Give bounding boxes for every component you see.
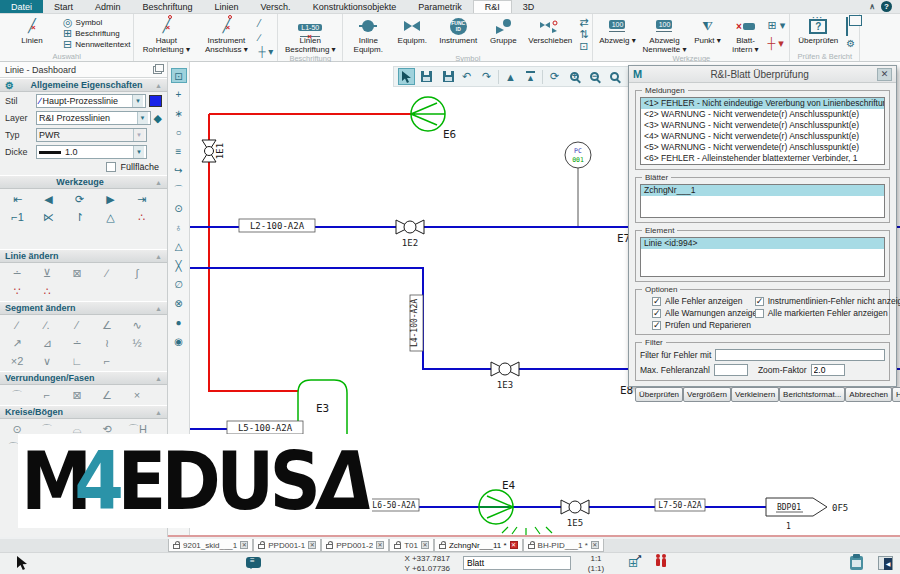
snap-center-icon[interactable]: ⊙: [171, 201, 187, 216]
sheet-connector-bdp01[interactable]: BDP01 0F5 1: [766, 498, 848, 531]
angle-segment-icon[interactable]: ∠: [98, 318, 116, 332]
help-icon[interactable]: ?: [881, 1, 892, 12]
abzweig-button[interactable]: 100 Abzweig ▾: [596, 15, 638, 54]
copy-segment-icon[interactable]: ∕.: [38, 318, 56, 332]
verschieben-button[interactable]: Verschieben: [524, 15, 576, 54]
abbrechen-button[interactable]: Abbrechen: [845, 387, 892, 402]
close-tab-icon[interactable]: ✕: [510, 541, 518, 549]
ueberpruefen-button[interactable]: ? Überprüfen: [793, 15, 843, 52]
snap-grid-icon[interactable]: ≡: [171, 144, 187, 159]
zoom-in-icon[interactable]: +: [566, 68, 583, 85]
dropdown-arrow-icon[interactable]: ▼: [133, 146, 144, 158]
punkt-button[interactable]: ⧨ Punkt ▾: [690, 15, 724, 54]
offset-segment-icon[interactable]: ⁄: [68, 318, 86, 332]
collapse-section-icon[interactable]: ▲: [155, 82, 162, 89]
message-row[interactable]: <4> WARNUNG - Nicht verwendete(r) Anschl…: [641, 131, 884, 142]
double-segment-icon[interactable]: ×2: [8, 354, 26, 368]
split-point-icon[interactable]: ∴: [38, 284, 56, 298]
collapse-section-icon[interactable]: ▲: [155, 375, 162, 382]
section-header-linie-aendern[interactable]: Linie ändern ▲: [0, 249, 167, 263]
fillet-1-icon[interactable]: ⌐1: [8, 210, 27, 224]
section-header-allgemeine[interactable]: ⚙ Allgemeine Eigenschaften ▲: [0, 78, 167, 92]
message-row[interactable]: <6> FEHLER - Alleinstehender blattextern…: [641, 153, 884, 164]
haupt-rohrleitung-button[interactable]: ╱× Haupt Rohrleitung ▾: [137, 15, 195, 61]
remove-chamfer-icon[interactable]: ×: [128, 388, 146, 402]
spline-line-icon[interactable]: ∫: [128, 266, 146, 280]
symbol-rotate-icon[interactable]: ⇅: [579, 29, 588, 40]
fillet-icon[interactable]: ⌒: [8, 388, 26, 402]
pump-e4[interactable]: [479, 490, 513, 524]
option-alle-warnungen[interactable]: Alle Warnungen anzeigen: [652, 308, 753, 318]
tab-bh-pid[interactable]: BH-PID___1 *✕: [523, 539, 604, 552]
berichtsformat-button[interactable]: Berichtsformat...: [779, 387, 845, 402]
trim-line-icon[interactable]: ∸: [8, 266, 26, 280]
clipboard-icon[interactable]: [850, 556, 863, 570]
properties-gear-icon[interactable]: ⚙: [5, 80, 14, 91]
select-tool-icon[interactable]: [398, 68, 415, 85]
snap-arc-icon[interactable]: ⌒: [171, 182, 187, 197]
snap-perpendicular-icon[interactable]: ♁: [171, 220, 187, 235]
go-first-icon[interactable]: ⇤: [8, 192, 27, 206]
extend-segment-icon[interactable]: ↗: [8, 336, 26, 350]
line-color-swatch[interactable]: [149, 95, 162, 107]
cut-line-icon[interactable]: ⊻: [38, 266, 56, 280]
menu-versch[interactable]: Versch.: [250, 0, 302, 13]
menu-linien[interactable]: Linien: [204, 0, 250, 13]
instrument-button[interactable]: FUNCID Instrument: [434, 15, 482, 54]
snap-tangent-icon[interactable]: ⊗: [171, 296, 187, 311]
tab-ppd001-2[interactable]: PPD001-2✕: [321, 539, 389, 552]
message-row[interactable]: <1> FEHLER - Nicht eindeutige Vererbung …: [641, 98, 884, 109]
tab-9201-skid[interactable]: 9201_skid___1✕: [168, 539, 253, 552]
snap-intersection-icon[interactable]: ∗: [171, 106, 187, 121]
messages-list[interactable]: <1> FEHLER - Nicht eindeutige Vererbung …: [640, 97, 885, 165]
section-header-werkzeuge[interactable]: Werkzeuge ▲: [0, 175, 167, 189]
layers-icon[interactable]: ◆: [154, 112, 162, 125]
crosshair-red-icon[interactable]: ┼ ▾: [767, 38, 785, 49]
menu-start[interactable]: Start: [43, 0, 84, 13]
pick-line-icon[interactable]: ↾: [70, 210, 89, 224]
instrument-anschluss-button[interactable]: ╱× Instrument Anschluss ▾: [197, 15, 255, 61]
reset-icon[interactable]: ⟳: [70, 192, 89, 206]
snap-node-icon[interactable]: △: [171, 239, 187, 254]
collapse-section-icon[interactable]: ▲: [155, 305, 162, 312]
curve-segment-icon[interactable]: ≀: [98, 336, 116, 350]
panel-toggle-icon[interactable]: [878, 556, 893, 570]
close-tab-icon[interactable]: ✕: [376, 541, 384, 549]
checkbox-icon[interactable]: [755, 297, 764, 306]
sheet-name-input[interactable]: [463, 556, 571, 570]
message-row[interactable]: <5> WARNUNG - Nicht verwendete(r) Anschl…: [641, 142, 884, 153]
corner-segment-icon[interactable]: ∟: [68, 354, 86, 368]
fillet-radius-icon[interactable]: ⌐: [38, 388, 56, 402]
tab-t01[interactable]: T01✕: [389, 539, 434, 552]
refresh-icon[interactable]: ⟳: [546, 68, 563, 85]
dash-dot-line-icon[interactable]: ∕: [258, 31, 273, 45]
angle-points-icon[interactable]: △: [101, 210, 120, 224]
valve-1e2[interactable]: [396, 220, 424, 234]
ueberpruefen-button[interactable]: Überprüfen: [635, 387, 683, 402]
option-markierte-fehler[interactable]: Alle markierten Fehler anzeigen: [755, 308, 887, 318]
zoom-out-icon[interactable]: −: [586, 68, 603, 85]
menu-konstruktionsobjekte[interactable]: Konstruktionsobjekte: [302, 0, 408, 13]
move-top-icon[interactable]: ▲: [522, 68, 539, 85]
triangle-segment-icon[interactable]: ⊿: [38, 336, 56, 350]
close-tab-icon[interactable]: ✕: [591, 541, 599, 549]
image-dropdown-icon[interactable]: ⊞ ▾: [767, 20, 785, 31]
menu-datei[interactable]: Datei: [0, 0, 43, 13]
fuellflaeche-checkbox[interactable]: [106, 162, 116, 172]
checkbox-icon[interactable]: [652, 309, 661, 318]
typ-select[interactable]: PWR ▼: [36, 128, 147, 142]
stil-select[interactable]: ∕ Haupt-Prozesslinie ▼: [36, 94, 146, 108]
dialog-title-bar[interactable]: M R&I-Blatt Überprüfung ✕: [629, 66, 896, 83]
red-points-icon[interactable]: ∴: [132, 210, 151, 224]
square-corner-icon[interactable]: ⌐: [98, 354, 116, 368]
add-point-icon[interactable]: +: [171, 87, 187, 102]
line-label-l2[interactable]: L2-100-A2A: [239, 219, 315, 232]
go-previous-icon[interactable]: ◀: [39, 192, 58, 206]
menu-admin[interactable]: Admin: [84, 0, 132, 13]
dashed-line-icon[interactable]: ⁄: [258, 17, 273, 31]
linien-beschriftung-button[interactable]: L1-50× Linien Beschriftung ▾: [281, 15, 339, 54]
table-export-icon[interactable]: ⊞: [628, 556, 638, 570]
half-segment-icon[interactable]: ½: [128, 336, 146, 350]
section-header-kreise-boegen[interactable]: Kreise/Bögen ▲: [0, 405, 167, 419]
close-tab-icon[interactable]: ✕: [421, 541, 429, 549]
